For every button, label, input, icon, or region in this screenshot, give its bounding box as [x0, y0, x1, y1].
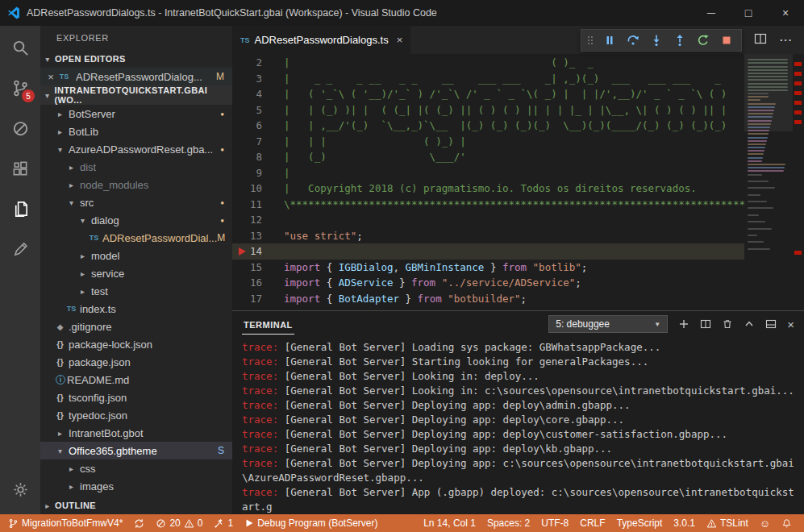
tree-item-botserver[interactable]: ▸BotServer● — [40, 105, 232, 123]
eol-label: CRLF — [580, 517, 605, 529]
tree-item-package-lock-json[interactable]: {}package-lock.json — [40, 335, 232, 353]
step-out-button[interactable] — [669, 31, 690, 50]
tree-item-azureadpasswordreset-gba[interactable]: ▾AzureADPasswordReset.gba...● — [40, 140, 232, 158]
tree-item-images[interactable]: ▸images — [40, 477, 232, 495]
language-indicator[interactable]: TypeScript — [611, 514, 669, 532]
tasks-count: 1 — [227, 517, 233, 529]
tree-item-src[interactable]: ▾src● — [40, 193, 232, 211]
explorer-files-icon[interactable] — [0, 189, 40, 229]
restart-button[interactable] — [692, 31, 714, 50]
typescript-version[interactable]: 3.0.1 — [668, 514, 701, 532]
maximize-panel-icon[interactable] — [744, 318, 755, 330]
split-terminal-icon[interactable] — [700, 318, 711, 330]
workspace-header[interactable]: ▾ INTRANETBOTQUICKSTART.GBAI (WO... — [40, 85, 232, 105]
split-editor-icon[interactable] — [754, 32, 767, 48]
minimap[interactable] — [744, 54, 793, 310]
terminal-output[interactable]: trace: [General Bot Server] Loading sys … — [232, 337, 804, 514]
code-line-3[interactable]: 3| _ _ _ __ _ _ __ ___ ___ _| ,_)(_) ___… — [232, 71, 744, 87]
code-line-18[interactable]: 18 — [232, 306, 744, 310]
code-line-11[interactable]: 11\*************************************… — [232, 197, 744, 213]
minimize-button[interactable]: ─ — [693, 0, 730, 26]
open-editor-item[interactable]: × TS ADResetPasswordDialog... M — [40, 68, 232, 85]
code-line-8[interactable]: 8| (_) \___/' | — [232, 149, 744, 165]
tree-item-office365-gbtheme[interactable]: ▾Office365.gbthemeS — [40, 442, 232, 459]
close-window-button[interactable]: × — [767, 0, 804, 26]
source-control-icon[interactable]: 5 — [0, 68, 40, 108]
code-line-9[interactable]: 9| | — [232, 165, 744, 181]
code-line-4[interactable]: 4| ( '_`\ ( '__)/'_` ) /'_`\ /' _ ` _ `\… — [232, 86, 744, 102]
sync-button[interactable] — [128, 514, 150, 532]
edit-pencil-icon[interactable] — [0, 229, 40, 269]
code-line-17[interactable]: 17import { BotAdapter } from "botbuilder… — [232, 291, 744, 307]
log-level: trace: — [242, 414, 278, 426]
new-terminal-icon[interactable] — [678, 318, 689, 330]
extensions-icon[interactable] — [0, 148, 40, 189]
pause-button[interactable] — [598, 31, 620, 50]
tree-item-test[interactable]: ▸test — [40, 282, 232, 300]
step-over-button[interactable] — [622, 31, 644, 50]
tree-item-package-json[interactable]: {}package.json — [40, 353, 232, 371]
editor-tab[interactable]: TS ADResetPasswordDialogs.ts × — [232, 26, 410, 54]
git-branch-indicator[interactable]: MigrationToBotFmwV4* — [0, 514, 128, 532]
close-editor-icon[interactable]: × — [44, 71, 57, 83]
terminal-selector[interactable]: 5: debuggee ▼ — [548, 315, 668, 333]
tree-item-gitignore[interactable]: ◆.gitignore — [40, 318, 232, 335]
tree-item-dist[interactable]: ▸dist — [40, 158, 232, 176]
editor-zone: TS ADResetPasswordDialogs.ts × ··· — [232, 26, 804, 514]
code-line-13[interactable]: 13"use strict"; — [232, 228, 744, 244]
tree-item-typedoc-json[interactable]: {}typedoc.json — [40, 406, 232, 424]
tree-item-tsconfig-json[interactable]: {}tsconfig.json — [40, 389, 232, 406]
code-line-12[interactable]: 12 — [232, 212, 744, 228]
outline-header[interactable]: ▸ OUTLINE — [40, 497, 232, 514]
problems-indicator[interactable]: 20 0 — [150, 514, 208, 532]
tasks-indicator[interactable]: 1 — [208, 514, 239, 532]
feedback-smiley-icon[interactable]: ☺ — [754, 514, 776, 532]
drag-handle-icon[interactable] — [585, 34, 595, 47]
tree-item-service[interactable]: ▸service — [40, 264, 232, 282]
close-panel-icon[interactable]: × — [787, 318, 794, 331]
kill-terminal-icon[interactable] — [722, 318, 733, 330]
code-line-14[interactable]: 14 — [232, 243, 744, 260]
tree-item-botlib[interactable]: ▸BotLib — [40, 123, 232, 140]
tree-item-model[interactable]: ▸model — [40, 247, 232, 264]
encoding-indicator[interactable]: UTF-8 — [535, 514, 574, 532]
terminal-tab[interactable]: TERMINAL — [242, 314, 294, 335]
open-editors-header[interactable]: ▾ OPEN EDITORS — [40, 50, 232, 68]
toggle-panel-icon[interactable] — [765, 318, 777, 330]
ruler-error-mark — [794, 110, 802, 114]
code-line-2[interactable]: 2| ( )_ _ | — [232, 55, 744, 71]
maximize-button[interactable]: □ — [730, 0, 767, 26]
tree-item-adresetpassworddial[interactable]: TSADResetPasswordDial...M — [40, 229, 232, 247]
debug-icon[interactable] — [0, 108, 40, 148]
tree-item-node-modules[interactable]: ▸node_modules — [40, 176, 232, 193]
code-line-16[interactable]: 16import { ADService } from "../service/… — [232, 275, 744, 291]
code-lines[interactable]: 2| ( )_ _ |3| _ _ _ __ _ _ __ ___ ___ _|… — [232, 54, 744, 310]
notifications-bell-icon[interactable] — [776, 514, 798, 532]
tree-item-dialog[interactable]: ▾dialog● — [40, 211, 232, 229]
code-line-15[interactable]: 15import { IGBDialog, GBMinInstance } fr… — [232, 260, 744, 276]
cursor-position[interactable]: Ln 14, Col 1 — [415, 514, 481, 532]
tslint-status[interactable]: TSLint — [701, 514, 754, 532]
overview-ruler[interactable] — [793, 54, 804, 310]
search-icon[interactable] — [0, 27, 40, 68]
tree-item-intranetbot-gbot[interactable]: ▸IntranetBot.gbot — [40, 424, 232, 442]
minimap-slider[interactable] — [744, 54, 793, 131]
code-line-6[interactable]: 6| | ,__/'(_) `\__,_)`\__ |(_) (_) (_)(_… — [232, 118, 744, 134]
tree-item-css[interactable]: ▸css — [40, 459, 232, 477]
indentation-indicator[interactable]: Spaces: 2 — [481, 514, 535, 532]
close-tab-icon[interactable]: × — [397, 34, 403, 46]
stop-button[interactable] — [715, 31, 737, 50]
eol-indicator[interactable]: CRLF — [574, 514, 610, 532]
step-into-button[interactable] — [645, 31, 667, 50]
code-line-7[interactable]: 7| | | ( )_) | | — [232, 134, 744, 150]
tree-item-index-ts[interactable]: TSindex.ts — [40, 300, 232, 318]
settings-gear-icon[interactable] — [0, 469, 40, 509]
code-line-5[interactable]: 5| | (_) )| | ( (_| |( (_) || ( ) ( ) ||… — [232, 102, 744, 118]
code-editor[interactable]: 2| ( )_ _ |3| _ _ _ __ _ _ __ ___ ___ _|… — [232, 54, 804, 310]
tree-item-readme-md[interactable]: iREADME.md — [40, 371, 232, 389]
line-number: 8 — [232, 149, 273, 165]
tslint-label: TSLint — [720, 517, 748, 529]
more-actions-icon[interactable]: ··· — [780, 34, 793, 46]
code-line-10[interactable]: 10| Copyright 2018 (c) pragmatismo.io. T… — [232, 181, 744, 197]
debug-target[interactable]: Debug Program (BotServer) — [239, 514, 383, 532]
